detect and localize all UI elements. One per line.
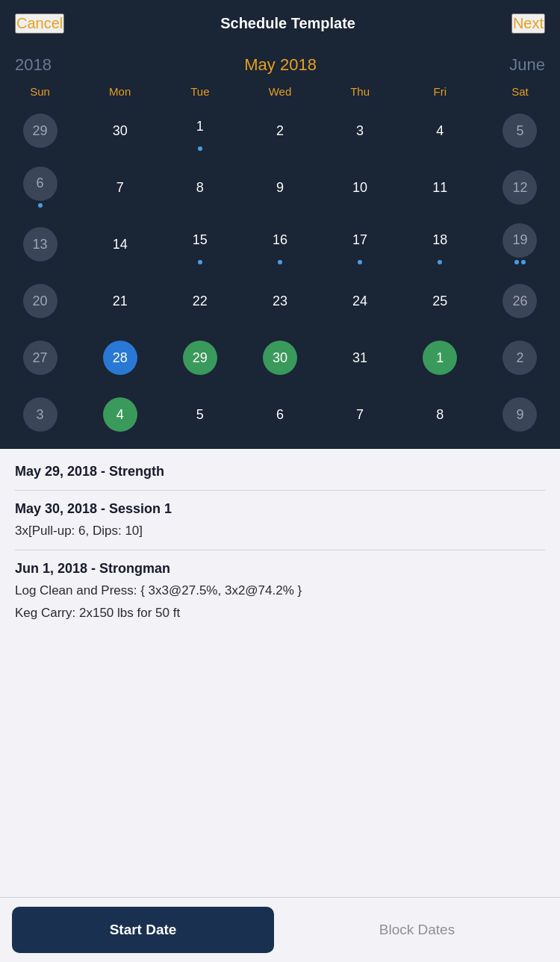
day-number: 8: [183, 170, 217, 205]
page-title: Schedule Template: [220, 15, 355, 32]
calendar-cell[interactable]: 8: [160, 161, 240, 214]
day-number: 23: [263, 284, 297, 318]
schedule-session: May 30, 2018 - Session 13x[Pull-up: 6, D…: [15, 500, 545, 541]
calendar-cell[interactable]: 29: [0, 104, 80, 158]
day-number: 13: [23, 227, 57, 261]
day-number: 3: [343, 114, 377, 148]
calendar-cell[interactable]: 15: [160, 217, 240, 271]
day-number: 5: [503, 114, 537, 148]
day-number: 28: [103, 341, 137, 375]
day-number: 16: [263, 223, 297, 258]
calendar-cell[interactable]: 24: [320, 274, 400, 328]
event-dots: [278, 260, 282, 266]
day-number: 2: [503, 341, 537, 375]
event-dots: [514, 260, 526, 266]
calendar-cell[interactable]: 9: [240, 161, 320, 214]
calendar-cell[interactable]: 23: [240, 274, 320, 328]
calendar-cell[interactable]: 1: [160, 104, 240, 158]
event-dots: [38, 203, 43, 209]
session-divider: [15, 490, 545, 491]
day-number: 30: [263, 341, 297, 375]
calendar-cell[interactable]: 30: [240, 331, 320, 385]
event-dots: [198, 260, 202, 266]
session-detail: Log Clean and Press: { 3x3@27.5%, 3x2@74…: [15, 581, 545, 601]
day-number: 4: [103, 397, 137, 432]
calendar-cell[interactable]: 4: [400, 104, 480, 158]
weekday-label: Wed: [240, 82, 320, 101]
weekday-headers: SunMonTueWedThuFriSat: [0, 79, 560, 104]
calendar-cell[interactable]: 16: [240, 217, 320, 271]
calendar-cell[interactable]: 8: [400, 388, 480, 441]
calendar-cell[interactable]: 28: [80, 331, 160, 385]
calendar-cell[interactable]: 22: [160, 274, 240, 328]
calendar-cell[interactable]: 12: [480, 161, 560, 214]
calendar-cell[interactable]: 26: [480, 274, 560, 328]
cancel-button[interactable]: Cancel: [15, 13, 64, 34]
calendar-cell[interactable]: 7: [80, 161, 160, 214]
calendar-cell[interactable]: 31: [320, 331, 400, 385]
day-number: 6: [263, 397, 297, 432]
calendar-cell[interactable]: 4: [80, 388, 160, 441]
session-detail: 3x[Pull-up: 6, Dips: 10]: [15, 521, 545, 541]
day-number: 2: [263, 114, 297, 148]
calendar-cell[interactable]: 27: [0, 331, 80, 385]
calendar-cell[interactable]: 30: [80, 104, 160, 158]
calendar-cell[interactable]: 18: [400, 217, 480, 271]
calendar-cell[interactable]: 13: [0, 217, 80, 271]
calendar-cell[interactable]: 14: [80, 217, 160, 271]
session-header: Jun 1, 2018 - Strongman: [15, 559, 545, 578]
day-number: 29: [183, 341, 217, 375]
calendar-cell[interactable]: 19: [480, 217, 560, 271]
session-detail: Keg Carry: 2x150 lbs for 50 ft: [15, 603, 545, 623]
day-number: 17: [343, 223, 377, 258]
calendar-cell[interactable]: 5: [160, 388, 240, 441]
weekday-label: Thu: [320, 82, 400, 101]
weekday-label: Sun: [0, 82, 80, 101]
weekday-label: Mon: [80, 82, 160, 101]
calendar-cell[interactable]: 3: [320, 104, 400, 158]
day-number: 7: [103, 170, 137, 205]
calendar-cell[interactable]: 2: [240, 104, 320, 158]
calendar-cell[interactable]: 5: [480, 104, 560, 158]
day-number: 4: [423, 114, 457, 148]
start-date-button[interactable]: Start Date: [12, 907, 274, 953]
day-number: 29: [23, 114, 57, 148]
event-dots: [358, 260, 362, 266]
calendar-cell[interactable]: 10: [320, 161, 400, 214]
app-header: Cancel Schedule Template Next: [0, 0, 560, 46]
current-month-label: May 2018: [244, 55, 317, 75]
day-number: 3: [23, 397, 57, 432]
day-number: 19: [503, 223, 537, 258]
calendar-cell[interactable]: 3: [0, 388, 80, 441]
calendar-cell[interactable]: 29: [160, 331, 240, 385]
calendar-cell[interactable]: 7: [320, 388, 400, 441]
day-number: 12: [503, 170, 537, 205]
calendar-cell[interactable]: 25: [400, 274, 480, 328]
calendar: 2018 May 2018 June SunMonTueWedThuFriSat…: [0, 46, 560, 449]
day-number: 22: [183, 284, 217, 318]
day-number: 18: [423, 223, 457, 258]
calendar-cell[interactable]: 21: [80, 274, 160, 328]
calendar-cell[interactable]: 1: [400, 331, 480, 385]
calendar-cell[interactable]: 11: [400, 161, 480, 214]
day-number: 20: [23, 284, 57, 318]
calendar-cell[interactable]: 20: [0, 274, 80, 328]
next-month-label: June: [509, 55, 545, 75]
calendar-cell[interactable]: 9: [480, 388, 560, 441]
schedule-session: May 29, 2018 - Strength: [15, 462, 545, 481]
next-button[interactable]: Next: [511, 13, 545, 34]
calendar-cell[interactable]: 17: [320, 217, 400, 271]
weekday-label: Sat: [480, 82, 560, 101]
day-number: 31: [343, 341, 377, 375]
prev-month-label: 2018: [15, 55, 52, 75]
day-number: 25: [423, 284, 457, 318]
schedule-session: Jun 1, 2018 - StrongmanLog Clean and Pre…: [15, 559, 545, 622]
day-number: 9: [503, 397, 537, 432]
calendar-cell[interactable]: 2: [480, 331, 560, 385]
weekday-label: Fri: [400, 82, 480, 101]
calendar-cell[interactable]: 6: [240, 388, 320, 441]
block-dates-button[interactable]: Block Dates: [286, 907, 548, 953]
session-divider: [15, 550, 545, 550]
session-header: May 29, 2018 - Strength: [15, 462, 545, 481]
calendar-cell[interactable]: 6: [0, 161, 80, 214]
